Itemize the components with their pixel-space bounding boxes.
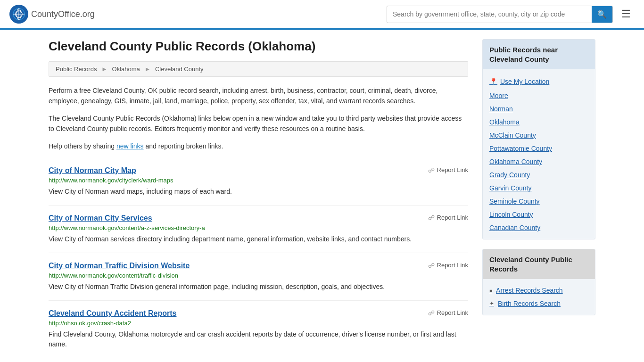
result-url-3: http://ohso.ok.gov/crash-data2 <box>49 320 468 327</box>
result-header: City of Norman Traffic Division Website … <box>49 262 468 272</box>
result-item: City of Norman Traffic Division Website … <box>49 253 468 301</box>
breadcrumb-oklahoma[interactable]: Oklahoma <box>112 66 140 73</box>
nearby-link-9[interactable]: Lincoln County <box>483 208 595 221</box>
breadcrumb-sep-1: ► <box>101 66 107 73</box>
search-button[interactable]: 🔍 <box>592 6 612 23</box>
breadcrumb-sep-2: ► <box>144 66 150 73</box>
report-link-label-2: Report Link <box>437 262 468 269</box>
result-url-1: http://www.normanok.gov/content/a-z-serv… <box>49 224 468 231</box>
search-input[interactable] <box>387 7 592 22</box>
menu-button[interactable]: ☰ <box>618 6 635 22</box>
records-section-title: Cleveland County Public Records <box>483 249 595 279</box>
logo-icon <box>9 5 28 24</box>
record-link-label-0: Arrest Records Search <box>496 287 563 294</box>
nearby-link-6[interactable]: Grady County <box>483 168 595 181</box>
report-link-button-1[interactable]: ☍ Report Link <box>428 214 468 222</box>
result-item: City of Norman City Map ☍ Report Link ht… <box>49 158 468 206</box>
report-link-button-2[interactable]: ☍ Report Link <box>428 262 468 269</box>
report-link-label-3: Report Link <box>437 309 468 316</box>
search-icon: 🔍 <box>597 10 607 18</box>
search-bar: 🔍 <box>387 6 613 23</box>
new-links-link[interactable]: new links <box>116 142 144 150</box>
result-url-0: http://www.normanok.gov/cityclerk/ward-m… <box>49 177 468 184</box>
report-link-label-0: Report Link <box>437 166 468 173</box>
nearby-link-7[interactable]: Garvin County <box>483 181 595 195</box>
results-list: City of Norman City Map ☍ Report Link ht… <box>49 158 468 358</box>
result-header: City of Norman City Services ☍ Report Li… <box>49 214 468 224</box>
logo-area[interactable]: CountyOffice.org <box>9 5 95 24</box>
breadcrumb-public-records[interactable]: Public Records <box>56 66 97 73</box>
sidebar: Public Records near Cleveland County 📍 U… <box>482 39 595 358</box>
records-links: ■Arrest Records Search✦Birth Records Sea… <box>483 284 595 310</box>
report-link-label-1: Report Link <box>437 214 468 221</box>
main-container: Cleveland County Public Records (Oklahom… <box>39 30 605 362</box>
result-header: City of Norman City Map ☍ Report Link <box>49 166 468 177</box>
result-title-3[interactable]: Cleveland County Accident Reports <box>49 309 176 318</box>
description-2: The Cleveland County Public Records (Okl… <box>49 113 468 134</box>
report-icon-3: ☍ <box>428 309 435 317</box>
result-item: City of Norman City Services ☍ Report Li… <box>49 206 468 253</box>
page-title: Cleveland County Public Records (Oklahom… <box>49 39 468 54</box>
result-desc-1: View City of Norman services directory i… <box>49 234 468 244</box>
report-icon-2: ☍ <box>428 262 435 269</box>
nearby-link-5[interactable]: Oklahoma County <box>483 155 595 168</box>
result-desc-0: View City of Norman ward maps, including… <box>49 187 468 197</box>
nearby-link-2[interactable]: Oklahoma <box>483 115 595 129</box>
result-url-2: http://www.normanok.gov/content/traffic-… <box>49 272 468 279</box>
logo-text: CountyOffice.org <box>31 9 95 19</box>
nearby-link-0[interactable]: Moore <box>483 89 595 102</box>
description-1: Perform a free Cleveland County, OK publ… <box>49 85 468 107</box>
breadcrumb-current: Cleveland County <box>155 66 204 73</box>
site-header: CountyOffice.org 🔍 ☰ <box>0 0 644 30</box>
use-location-link[interactable]: 📍 Use My Location <box>483 74 595 89</box>
nearby-link-4[interactable]: Pottawatomie County <box>483 142 595 155</box>
result-title-0[interactable]: City of Norman City Map <box>49 166 136 175</box>
nearby-link-8[interactable]: Seminole County <box>483 195 595 208</box>
content-area: Cleveland County Public Records (Oklahom… <box>49 39 468 358</box>
report-link-button-0[interactable]: ☍ Report Link <box>428 166 468 174</box>
result-desc-3: Find Cleveland County, Oklahoma motorcyc… <box>49 329 468 349</box>
breadcrumb: Public Records ► Oklahoma ► Cleveland Co… <box>49 61 468 77</box>
location-pin-icon: 📍 <box>489 78 497 85</box>
result-item: Cleveland County Accident Reports ☍ Repo… <box>49 301 468 358</box>
star-icon-1: ✦ <box>489 300 494 307</box>
result-header: Cleveland County Accident Reports ☍ Repo… <box>49 309 468 320</box>
nearby-section: Public Records near Cleveland County 📍 U… <box>482 39 595 239</box>
records-section: Cleveland County Public Records ■Arrest … <box>482 249 595 315</box>
nearby-link-1[interactable]: Norman <box>483 102 595 115</box>
nearby-links-list: MooreNormanOklahomaMcClain CountyPottawa… <box>483 89 595 234</box>
menu-icon: ☰ <box>621 8 631 20</box>
result-title-1[interactable]: City of Norman City Services <box>49 214 152 222</box>
nearby-links: 📍 Use My Location MooreNormanOklahomaMcC… <box>483 69 595 239</box>
nearby-link-10[interactable]: Canadian County <box>483 221 595 234</box>
record-link-1[interactable]: ✦Birth Records Search <box>483 297 595 310</box>
record-link-label-1: Birth Records Search <box>498 300 561 307</box>
report-link-button-3[interactable]: ☍ Report Link <box>428 309 468 317</box>
report-icon-1: ☍ <box>428 214 435 222</box>
report-icon-0: ☍ <box>428 166 435 174</box>
record-link-0[interactable]: ■Arrest Records Search <box>483 284 595 297</box>
records-links-list: ■Arrest Records Search✦Birth Records Sea… <box>483 279 595 315</box>
result-title-2[interactable]: City of Norman Traffic Division Website <box>49 262 190 270</box>
header-right: 🔍 ☰ <box>387 6 635 23</box>
square-icon-0: ■ <box>489 288 492 293</box>
nearby-section-title: Public Records near Cleveland County <box>483 40 595 69</box>
result-desc-2: View City of Norman Traffic Division gen… <box>49 282 468 292</box>
description-3: Help others by sharing new links and rep… <box>49 141 468 151</box>
nearby-link-3[interactable]: McClain County <box>483 129 595 142</box>
